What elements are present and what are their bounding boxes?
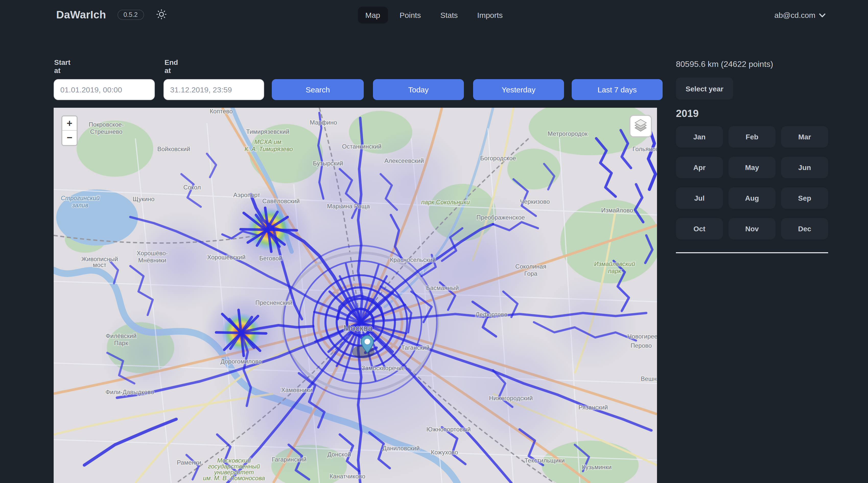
svg-text:Богородское: Богородское — [480, 155, 516, 162]
version-badge: 0.5.2 — [117, 10, 144, 20]
user-menu[interactable]: ab@cd.com — [774, 10, 826, 19]
svg-text:Бутырский: Бутырский — [313, 160, 343, 167]
svg-text:Метрогородок: Метрогородок — [548, 130, 588, 137]
svg-text:Тимирязевский: Тимирязевский — [246, 128, 289, 135]
map-layers-control[interactable] — [629, 115, 652, 137]
svg-text:Алексеевский: Алексеевский — [384, 157, 424, 164]
layers-icon — [633, 118, 648, 134]
svg-text:Щукино: Щукино — [132, 196, 155, 202]
sidebar-divider — [676, 252, 828, 253]
svg-text:Преображенское: Преображенское — [476, 214, 525, 221]
svg-text:Вешняки: Вешняки — [641, 375, 657, 382]
svg-text:Рязанский: Рязанский — [578, 404, 608, 411]
svg-text:Новогиреево: Новогиреево — [627, 333, 657, 340]
chevron-down-icon — [819, 10, 826, 19]
svg-text:Хорошёво-Мнёвники: Хорошёво-Мнёвники — [137, 250, 168, 264]
map-canvas[interactable]: Покровское-СтрешневоКоптевоМарфиноТимиря… — [54, 108, 657, 483]
svg-text:Перово: Перово — [630, 342, 652, 349]
sun-icon — [156, 9, 166, 21]
user-email: ab@cd.com — [774, 10, 815, 19]
svg-text:Хорошёвский: Хорошёвский — [207, 254, 246, 261]
svg-text:Москва: Москва — [344, 323, 373, 333]
svg-text:Савёловский: Савёловский — [262, 198, 300, 204]
nav-tabs: MapPointsStatsImports — [358, 6, 510, 23]
theme-toggle-button[interactable] — [155, 8, 167, 22]
month-button-jan[interactable]: Jan — [676, 126, 723, 148]
svg-text:Южнопортовый: Южнопортовый — [426, 426, 471, 433]
svg-text:Измайлово: Измайлово — [601, 207, 633, 214]
tab-map[interactable]: Map — [358, 6, 388, 23]
month-button-may[interactable]: May — [728, 157, 776, 178]
month-button-jun[interactable]: Jun — [781, 157, 828, 178]
month-button-nov[interactable]: Nov — [728, 218, 776, 239]
svg-text:Покровское-Стрешнево: Покровское-Стрешнево — [89, 121, 124, 135]
tab-stats[interactable]: Stats — [433, 6, 465, 23]
select-year-button[interactable]: Select year — [676, 77, 733, 100]
brand: DaWarIch 0.5.2 — [56, 0, 167, 30]
sidebar: 80595.6 km (24622 points) Select year 20… — [676, 60, 828, 257]
svg-text:Дорогомилово: Дорогомилово — [220, 358, 262, 365]
months-grid: JanFebMarAprMayJunJulAugSepOctNovDec — [676, 126, 828, 239]
svg-text:Коптево: Коптево — [210, 108, 233, 115]
year-heading: 2019 — [676, 108, 828, 120]
app-logo: DaWarIch — [56, 9, 106, 21]
app-root: DaWarIch 0.5.2 MapPointsStatsImp — [0, 0, 868, 483]
svg-text:Марфино: Марфино — [310, 119, 337, 126]
svg-text:парк Сокольники: парк Сокольники — [421, 199, 470, 205]
svg-text:Лефортово: Лефортово — [476, 311, 507, 318]
tab-points[interactable]: Points — [392, 6, 428, 23]
last-7-days-button[interactable]: Last 7 days — [572, 79, 662, 100]
svg-text:Кузьминки: Кузьминки — [582, 463, 612, 471]
start-at-label: Start at — [54, 58, 70, 74]
svg-text:Беговой: Беговой — [259, 255, 282, 262]
svg-text:Хамовники: Хамовники — [281, 387, 313, 393]
month-button-sep[interactable]: Sep — [781, 187, 828, 209]
svg-text:Войковский: Войковский — [157, 146, 190, 152]
svg-text:Текстильщики: Текстильщики — [524, 457, 564, 464]
tab-imports[interactable]: Imports — [469, 6, 510, 23]
yesterday-button[interactable]: Yesterday — [473, 79, 564, 100]
end-at-input[interactable] — [163, 79, 264, 100]
svg-text:Даниловский: Даниловский — [382, 445, 420, 452]
month-button-feb[interactable]: Feb — [728, 126, 776, 148]
svg-text:Фили-Давыдково: Фили-Давыдково — [105, 389, 154, 395]
navbar: DaWarIch 0.5.2 MapPointsStatsImp — [0, 0, 868, 30]
month-button-oct[interactable]: Oct — [676, 218, 723, 239]
search-button[interactable]: Search — [272, 79, 364, 100]
zoom-in-button[interactable]: + — [62, 117, 76, 131]
svg-text:Таганский: Таганский — [401, 344, 429, 351]
start-at-input[interactable] — [54, 79, 155, 100]
svg-text:Аэропорт: Аэропорт — [233, 191, 260, 198]
svg-text:Донской: Донской — [328, 451, 351, 458]
month-button-aug[interactable]: Aug — [728, 187, 776, 209]
svg-text:Останкинский: Останкинский — [342, 143, 381, 150]
zoom-out-button[interactable]: − — [62, 131, 76, 145]
svg-text:Канатчиково: Канатчиково — [330, 473, 365, 480]
map-zoom-control: + − — [61, 116, 78, 146]
distance-stats: 80595.6 km (24622 points) — [676, 60, 828, 69]
svg-text:Кожухово: Кожухово — [431, 449, 458, 456]
today-button[interactable]: Today — [373, 79, 464, 100]
month-button-mar[interactable]: Mar — [781, 126, 828, 148]
svg-text:Басманный: Басманный — [426, 284, 459, 291]
svg-text:Раменки: Раменки — [177, 459, 201, 466]
filter-controls: Search Today Yesterday Last 7 days — [54, 79, 662, 100]
map-base-tiles: Покровское-СтрешневоКоптевоМарфиноТимиря… — [54, 108, 657, 483]
month-button-apr[interactable]: Apr — [676, 157, 723, 178]
svg-text:Красносельский: Красносельский — [390, 256, 436, 263]
end-at-label: End at — [164, 58, 178, 74]
svg-text:Нижегородский: Нижегородский — [489, 395, 533, 401]
svg-text:Марьина Роща: Марьина Роща — [327, 203, 370, 210]
svg-text:Черкизово: Черкизово — [520, 198, 550, 205]
svg-text:Гагаринский: Гагаринский — [272, 456, 307, 463]
month-button-jul[interactable]: Jul — [676, 187, 723, 209]
svg-text:Пресненский: Пресненский — [255, 299, 292, 306]
month-button-dec[interactable]: Dec — [781, 218, 828, 239]
svg-text:Гольяново: Гольяново — [632, 146, 657, 152]
svg-text:Замоскворечье: Замоскворечье — [362, 364, 405, 372]
svg-text:Сокол: Сокол — [183, 184, 201, 191]
